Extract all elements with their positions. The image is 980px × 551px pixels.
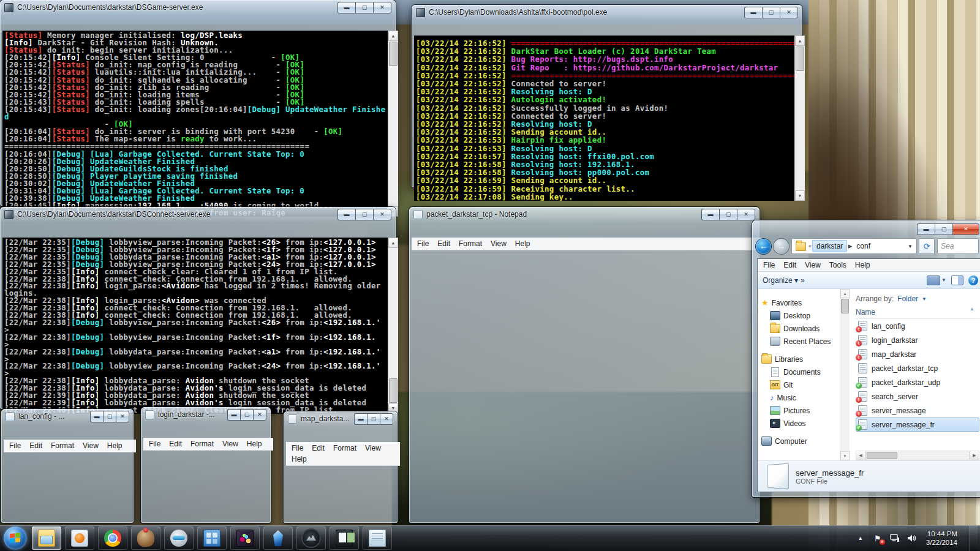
maximize-button[interactable]: ▢	[719, 209, 737, 220]
taskbar-notepad-button[interactable]	[363, 527, 392, 550]
breadcrumb[interactable]: « darkstar ▶ conf ▼	[791, 238, 917, 254]
menu-view[interactable]: View	[218, 438, 243, 449]
preview-pane-button[interactable]	[951, 276, 963, 285]
taskbar-crystal-button[interactable]	[263, 527, 293, 550]
breadcrumb-overflow[interactable]: «	[808, 243, 812, 249]
column-header-name[interactable]: Name ▲	[856, 306, 979, 319]
taskbar-ffxi-button[interactable]	[230, 527, 260, 550]
vertical-scrollbar[interactable]: ▲ ▼	[794, 36, 805, 201]
minimize-button[interactable]: ▬	[917, 223, 935, 235]
nav-item-libraries[interactable]: Libraries	[761, 353, 840, 365]
file-item-server_message_fr[interactable]: ✓server_message_fr	[856, 418, 979, 432]
scroll-up-icon[interactable]: ▲	[840, 289, 850, 298]
menu-edit[interactable]: Edit	[433, 238, 454, 249]
scroll-up-icon[interactable]: ▲	[388, 238, 398, 248]
nav-scrollbar[interactable]: ▲ ▼	[840, 289, 850, 460]
scroll-down-icon[interactable]: ▼	[840, 451, 850, 460]
vertical-scrollbar[interactable]: ▲ ▼	[388, 238, 398, 414]
nav-item-favorites[interactable]: ★Favorites	[761, 296, 840, 309]
toolbar-overflow-button[interactable]: »	[801, 276, 805, 285]
action-center-icon[interactable]: ⚑	[872, 533, 883, 544]
close-button[interactable]: ✕	[373, 2, 391, 13]
titlebar[interactable]: C:\Users\Dylan\Documents\darkstar\DSConn…	[0, 207, 396, 222]
maximize-button[interactable]: ▢	[103, 411, 116, 422]
titlebar[interactable]: login_darkstar -... ▬ ▢ ✕	[141, 407, 271, 422]
search-input[interactable]: Sea	[937, 238, 979, 254]
menu-format[interactable]: Format	[186, 438, 218, 449]
file-item-lan_config[interactable]: !lan_config	[856, 319, 979, 333]
close-button[interactable]: ✕	[737, 209, 755, 220]
minimize-button[interactable]: ▬	[744, 7, 762, 18]
nav-item-music[interactable]: ♪Music	[761, 391, 840, 404]
minimize-button[interactable]: ▬	[90, 411, 103, 422]
titlebar[interactable]: ▬ ▢ ✕	[752, 220, 980, 236]
maximize-button[interactable]: ▢	[367, 413, 380, 425]
arrange-by[interactable]: Arrange by: Folder ▼	[856, 291, 979, 306]
taskbar-headset-button[interactable]	[164, 527, 194, 550]
menu-format[interactable]: Format	[454, 238, 486, 249]
menu-file[interactable]: File	[759, 260, 779, 271]
scrollbar-thumb[interactable]	[841, 299, 849, 313]
show-hidden-icons-button[interactable]: ▲	[855, 533, 866, 544]
maximize-button[interactable]: ▢	[762, 7, 780, 18]
minimize-button[interactable]: ▬	[227, 409, 240, 421]
back-button[interactable]: ←	[756, 239, 771, 254]
taskbar-mascot-button[interactable]	[131, 527, 160, 550]
address-dropdown-icon[interactable]: ▼	[908, 244, 914, 249]
close-button[interactable]: ✕	[373, 209, 391, 220]
menu-help[interactable]: Help	[287, 454, 311, 465]
taskbar-wmp-button[interactable]	[65, 527, 94, 550]
vertical-scrollbar[interactable]: ▲ ▼	[388, 31, 398, 217]
taskbar-appwin-button[interactable]	[330, 527, 359, 550]
show-desktop-button[interactable]	[970, 525, 978, 551]
titlebar[interactable]: packet_darkstar_tcp - Notepad ▬ ▢ ✕	[409, 207, 760, 222]
nav-item-desktop[interactable]: Desktop	[761, 309, 840, 322]
forward-button[interactable]: →	[774, 239, 789, 254]
file-item-map_darkstar[interactable]: !map_darkstar	[856, 347, 979, 361]
menu-format[interactable]: Format	[47, 440, 78, 451]
breadcrumb-darkstar[interactable]: darkstar	[812, 240, 847, 252]
scrollbar-thumb[interactable]	[796, 47, 804, 71]
menu-file[interactable]: File	[5, 440, 25, 451]
network-icon[interactable]	[889, 533, 900, 544]
scroll-left-icon[interactable]: ◀	[856, 451, 865, 460]
organize-button[interactable]: Organize ▾	[763, 276, 798, 285]
menu-view[interactable]: View	[486, 238, 511, 249]
minimize-button[interactable]: ▬	[701, 209, 719, 220]
menu-edit[interactable]: Edit	[165, 438, 186, 449]
menu-help[interactable]: Help	[103, 440, 127, 451]
maximize-button[interactable]: ▢	[240, 409, 253, 421]
taskbar-ff14-button[interactable]	[296, 527, 326, 550]
start-button[interactable]	[4, 527, 27, 550]
help-button[interactable]: ?	[968, 276, 978, 285]
close-button[interactable]: ✕	[380, 413, 393, 425]
maximize-button[interactable]: ▢	[355, 2, 373, 13]
file-item-login_darkstar[interactable]: !login_darkstar	[856, 333, 979, 347]
scrollbar-thumb[interactable]	[389, 42, 398, 66]
maximize-button[interactable]: ▢	[935, 223, 952, 235]
scrollbar-thumb[interactable]	[389, 378, 398, 403]
menu-view[interactable]: View	[801, 260, 825, 271]
titlebar[interactable]: C:\Users\Dylan\Downloads\Ashita\ffxi-boo…	[412, 5, 802, 20]
close-button[interactable]: ✕	[116, 411, 129, 422]
clock[interactable]: 10:44 PM 3/22/2014	[924, 530, 963, 547]
menu-file[interactable]: File	[145, 438, 165, 449]
minimize-button[interactable]: ▬	[337, 209, 355, 220]
refresh-button[interactable]: ⟳	[919, 238, 935, 254]
scroll-up-icon[interactable]: ▲	[388, 31, 398, 41]
menu-help[interactable]: Help	[851, 260, 875, 271]
nav-item-documents[interactable]: Documents	[761, 365, 840, 378]
breadcrumb-conf[interactable]: conf	[853, 241, 874, 252]
close-button[interactable]: ✕	[780, 7, 798, 18]
horizontal-scrollbar[interactable]: ◀ ▶	[856, 451, 979, 460]
nav-item-recent-places[interactable]: Recent Places	[761, 335, 840, 348]
menu-view[interactable]: View	[361, 443, 385, 454]
menu-file[interactable]: File	[413, 238, 433, 249]
file-item-search_server[interactable]: !search_server	[856, 389, 979, 403]
maximize-button[interactable]: ▢	[355, 209, 373, 220]
titlebar[interactable]: C:\Users\Dylan\Documents\darkstar\DSGame…	[0, 0, 396, 15]
titlebar[interactable]: lan_config - ... ▬ ▢ ✕	[1, 409, 134, 424]
arrange-by-value[interactable]: Folder	[897, 294, 918, 303]
menu-edit[interactable]: Edit	[779, 260, 801, 271]
scroll-up-icon[interactable]: ▲	[795, 36, 805, 46]
